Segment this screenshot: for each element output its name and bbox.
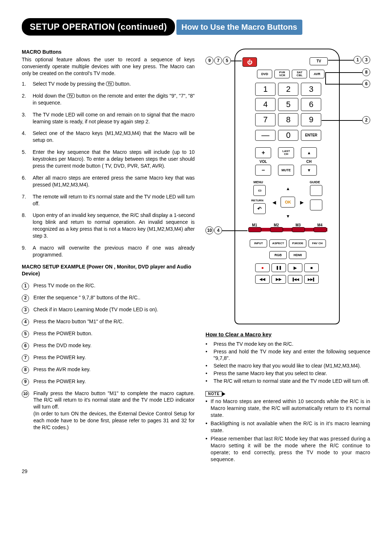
dpad: ▲ ▼ ◀ ▶ OK — [270, 184, 306, 221]
callout-line — [222, 230, 248, 231]
callout-line — [325, 84, 362, 85]
step-num: 3. — [22, 111, 33, 125]
step-text: The TV mode LED will come on and remain … — [33, 111, 195, 125]
circled-num: 10 — [22, 390, 29, 398]
clear-step: The R/C will return to normal state and … — [213, 378, 370, 385]
step-num: 1. — [22, 81, 33, 87]
example-step: Press the Macro button "M1" of the R/C. — [33, 318, 195, 326]
callout-9: 9 — [205, 57, 213, 65]
vol-label: VOL — [255, 159, 271, 164]
digit-5: 5 — [278, 98, 298, 111]
power-button: ⏻ — [242, 57, 257, 67]
bullet-icon: • — [205, 341, 213, 348]
circled-num: 9 — [22, 378, 29, 386]
circled-num: 8 — [22, 366, 29, 374]
rgb-button: RGB — [269, 251, 287, 259]
step-num: 5. — [22, 149, 33, 169]
m4-button — [314, 227, 327, 232]
vol-up: + — [255, 147, 271, 158]
bullet-icon: • — [205, 420, 211, 434]
dpad-up-icon: ▲ — [283, 184, 293, 193]
note-text: If no Macro steps are entered within 10 … — [211, 398, 370, 419]
main-step-list: 1.Select TV mode by pressing the TV butt… — [22, 81, 195, 258]
m2-button — [270, 227, 283, 232]
example-step: Press the POWER key. — [33, 378, 195, 386]
note-list: •If no Macro steps are entered within 10… — [205, 398, 370, 463]
bullet-icon: • — [205, 348, 213, 362]
pmode-button: P.MODE — [289, 239, 306, 247]
pvr-mode-button: PVR VCR — [274, 70, 290, 78]
menu-button: ▭ — [253, 185, 266, 196]
digit-dash: — — [255, 130, 275, 141]
step-text: Enter the key sequence that the Macro st… — [33, 149, 195, 169]
pause-button: ❚❚ — [271, 263, 286, 272]
step-text: Select one of the Macro keys (M1,M2,M3,M… — [33, 130, 195, 144]
macro-buttons-label: MACRO Buttons — [22, 49, 195, 56]
bullet-icon: • — [205, 398, 211, 419]
input-button: INPUT — [250, 239, 267, 247]
digit-1: 1 — [255, 83, 275, 96]
record-button: ● — [255, 263, 270, 272]
dpad-right-icon: ▶ — [297, 198, 306, 207]
example-step: Finally press the Macro button "M1" to c… — [33, 390, 195, 431]
circled-num: 2 — [22, 295, 29, 302]
example-step: Enter the sequence " 9,7,8" buttons of t… — [33, 294, 195, 302]
callout-10: 10 — [205, 226, 213, 234]
circled-num: 1 — [22, 283, 29, 290]
left-column: MACRO Buttons This optional feature allo… — [22, 49, 195, 464]
page-title: SETUP OPERATION (continued) — [22, 18, 175, 36]
m1-button — [248, 227, 261, 232]
callout-3: 3 — [362, 56, 370, 64]
enter-button: ENTER — [301, 130, 321, 141]
tv-key-icon: TV — [106, 82, 114, 86]
clear-step: Press the same Macro key that you select… — [213, 370, 370, 377]
step-num: 8. — [22, 212, 33, 239]
digit-2: 2 — [278, 83, 298, 96]
circled-num: 7 — [22, 354, 29, 362]
dvd-mode-button: DVD — [257, 70, 272, 78]
callout-6: 6 — [362, 80, 370, 88]
digit-0: 0 — [278, 130, 298, 141]
digit-8: 8 — [278, 113, 298, 126]
rw-button: ◀◀ — [255, 275, 270, 284]
step-text: Select TV mode by pressing the TV button… — [33, 81, 195, 87]
callout-4: 4 — [214, 226, 222, 234]
circled-num: 5 — [22, 331, 29, 338]
bullet-icon: • — [205, 362, 213, 369]
step-num: 6. — [22, 175, 33, 188]
section-subtitle: How to Use the Macro Buttons — [176, 20, 302, 35]
mute: MUTE — [278, 165, 294, 176]
ok-button: OK — [281, 197, 295, 208]
ff-button: ▶▶ — [271, 275, 286, 284]
step-num: 2. — [22, 93, 33, 106]
bullet-icon: • — [205, 378, 213, 385]
ch-label: CH — [301, 159, 317, 164]
digit-6: 6 — [301, 98, 321, 111]
callout-7: 7 — [214, 57, 222, 65]
step-num: 9. — [22, 245, 33, 258]
dpad-down-icon: ▼ — [283, 212, 293, 221]
example-step: Press the AVR mode key. — [33, 366, 195, 374]
example-step: Press TV mode on the R/C. — [33, 282, 195, 290]
step-text: After all macro steps are entered press … — [33, 175, 195, 188]
digit-9: 9 — [301, 113, 321, 126]
example-step: Check if in Macro Learning Mode (TV mode… — [33, 306, 195, 314]
clear-step: Select the macro key that you would like… — [213, 362, 370, 369]
prev-button: ▐◀◀ — [288, 275, 302, 284]
aspect-button: ASPECT — [269, 239, 287, 247]
guide-button — [310, 185, 322, 196]
next-button: ▶▶▌ — [304, 275, 319, 284]
favch-button: FAV CH — [309, 239, 326, 247]
digit-3: 3 — [301, 83, 321, 96]
step-text: Upon entry of an invalid key sequence, t… — [33, 212, 195, 239]
circled-num: 3 — [22, 307, 29, 314]
callout-line — [325, 72, 362, 73]
circled-num: 4 — [22, 319, 29, 326]
return-label: RETURN — [251, 199, 263, 203]
digit-4: 4 — [255, 98, 275, 111]
clear-macro-list: •Press the TV mode key on the R/C. •Pres… — [205, 341, 370, 385]
bullet-icon: • — [205, 370, 213, 377]
remote-diagram: ⏻ TV DVD PVR VCR SAT CBL AVR 1 2 3 4 5 6… — [205, 49, 370, 324]
last-ch: LAST CH — [278, 147, 294, 158]
callout-5: 5 — [223, 57, 231, 65]
